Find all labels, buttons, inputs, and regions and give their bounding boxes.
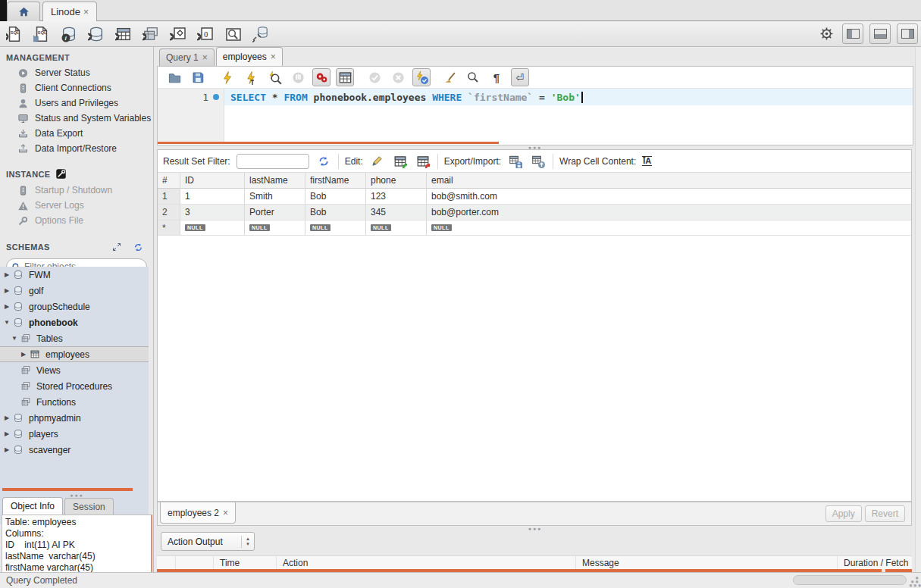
column-header-id[interactable]: ID bbox=[180, 173, 245, 189]
resize-grip[interactable]: ●●●●●● bbox=[909, 576, 919, 586]
tree-item-schema-phpmyadmin[interactable]: ▶phpmyadmin bbox=[0, 410, 149, 426]
cell-email[interactable]: bob@porter.com bbox=[427, 205, 911, 220]
tree-item-schema-phonebook[interactable]: ▼phonebook bbox=[0, 314, 149, 330]
close-icon[interactable]: × bbox=[202, 52, 208, 63]
sidebar-item-data-import-restore[interactable]: Data Import/Restore bbox=[0, 141, 153, 156]
chevron-right-icon[interactable]: ▶ bbox=[3, 446, 11, 453]
sidebar-item-status-system-variables[interactable]: Status and System Variables bbox=[0, 111, 153, 126]
sidebar-item-users-privileges[interactable]: Users and Privileges bbox=[0, 95, 153, 111]
tab-employees-2[interactable]: employees 2× bbox=[160, 502, 236, 524]
new-row-placeholder[interactable]: * NULL NULL NULL NULL NULL bbox=[158, 220, 911, 236]
open-sql-script-button[interactable] bbox=[32, 24, 52, 44]
connection-tab-linode[interactable]: Linode × bbox=[42, 2, 97, 21]
show-invisibles-button[interactable]: ¶ bbox=[487, 68, 506, 86]
edit-record-icon[interactable] bbox=[369, 154, 386, 169]
tree-item-schema-scavenger[interactable]: ▶scavenger bbox=[0, 442, 149, 458]
tree-item-functions-folder[interactable]: Functions bbox=[0, 394, 149, 410]
column-header-firstname[interactable]: firstName bbox=[305, 173, 366, 189]
toggle-bottom-panel-button[interactable] bbox=[869, 23, 891, 44]
cell-null[interactable]: NULL bbox=[180, 220, 245, 236]
refresh-results-icon[interactable] bbox=[315, 154, 332, 169]
action-output-col-action[interactable]: Action bbox=[277, 556, 576, 569]
new-query-tab-button[interactable] bbox=[5, 24, 24, 44]
column-header-lastname[interactable]: lastName bbox=[245, 173, 305, 189]
import-records-icon[interactable] bbox=[530, 154, 547, 169]
tab-session[interactable]: Session bbox=[64, 498, 114, 514]
output-selector[interactable]: Action Output ▲▼ bbox=[161, 532, 255, 551]
result-set-filter-input[interactable] bbox=[237, 154, 309, 169]
close-icon[interactable]: × bbox=[223, 508, 228, 518]
action-output-col-time[interactable]: Time bbox=[214, 556, 277, 569]
sidebar-item-startup-shutdown[interactable]: Startup / Shutdown bbox=[0, 183, 153, 198]
horizontal-scrollbar-thumb[interactable] bbox=[793, 575, 907, 585]
open-script-button[interactable] bbox=[165, 68, 183, 86]
chevron-right-icon[interactable]: ▶ bbox=[3, 414, 11, 421]
cell-lastname[interactable]: Porter bbox=[245, 205, 305, 220]
close-icon[interactable]: × bbox=[83, 7, 89, 17]
chevron-down-icon[interactable]: ▼ bbox=[3, 319, 11, 326]
chevron-down-icon[interactable]: ▼ bbox=[11, 335, 18, 342]
find-button[interactable] bbox=[464, 68, 482, 86]
execute-button[interactable] bbox=[218, 68, 237, 86]
column-header-email[interactable]: email bbox=[427, 173, 911, 189]
wrap-cell-content-icon[interactable]: ĪA bbox=[642, 156, 652, 166]
cell-null[interactable]: NULL bbox=[366, 220, 427, 236]
action-output-col-duration[interactable]: Duration / Fetch bbox=[838, 556, 912, 569]
cell-email[interactable]: bob@smith.com bbox=[427, 189, 911, 205]
cell-null[interactable]: NULL bbox=[427, 220, 911, 236]
export-recordset-icon[interactable] bbox=[507, 154, 524, 169]
tree-item-schema-groupschedule[interactable]: ▶groupSchedule bbox=[0, 299, 149, 314]
sql-statement-line[interactable]: SELECT * FROM phonebook.employees WHERE … bbox=[224, 89, 913, 105]
tab-employees[interactable]: employees× bbox=[216, 47, 283, 66]
cell-firstname[interactable]: Bob bbox=[305, 189, 366, 205]
chevron-right-icon[interactable]: ▶ bbox=[3, 303, 11, 310]
tab-object-info[interactable]: Object Info bbox=[2, 497, 63, 514]
cell-null[interactable]: NULL bbox=[245, 220, 305, 236]
tree-item-schema-fwm[interactable]: ▶FWM bbox=[0, 267, 149, 283]
vertical-scrollbar-track[interactable] bbox=[915, 47, 921, 572]
sidebar-item-data-export[interactable]: Data Export bbox=[0, 126, 153, 141]
selector-stepper-icon[interactable]: ▲▼ bbox=[241, 536, 250, 548]
action-output-col-message[interactable]: Message bbox=[576, 556, 838, 569]
sidebar-item-server-logs[interactable]: Server Logs bbox=[0, 198, 153, 213]
save-script-button[interactable] bbox=[189, 68, 207, 86]
create-new-function-button[interactable]: () bbox=[196, 24, 215, 44]
execute-current-statement-button[interactable] bbox=[242, 68, 260, 86]
column-header-phone[interactable]: phone bbox=[366, 173, 427, 189]
explain-query-button[interactable] bbox=[265, 68, 284, 86]
create-new-view-button[interactable] bbox=[141, 24, 161, 44]
add-row-icon[interactable] bbox=[392, 154, 409, 169]
tree-item-table-employees[interactable]: ▶employees bbox=[0, 346, 149, 362]
toggle-left-sidebar-button[interactable] bbox=[842, 23, 863, 44]
toggle-autocommit-button[interactable] bbox=[412, 68, 431, 86]
code-area[interactable]: SELECT * FROM phonebook.employees WHERE … bbox=[224, 89, 913, 144]
tab-query-1[interactable]: Query 1× bbox=[159, 48, 215, 66]
sidebar-item-options-file[interactable]: Options File bbox=[0, 213, 153, 228]
cell-firstname[interactable]: Bob bbox=[305, 205, 366, 220]
chevron-right-icon[interactable]: ▶ bbox=[3, 287, 11, 294]
apply-button[interactable]: Apply bbox=[825, 505, 862, 522]
database-inspector-button[interactable]: i bbox=[59, 24, 79, 44]
table-row[interactable]: 1 1 Smith Bob 123 bob@smith.com bbox=[158, 189, 911, 205]
toggle-right-sidebar-button[interactable] bbox=[897, 23, 918, 44]
search-data-button[interactable] bbox=[223, 24, 243, 44]
sidebar-item-server-status[interactable]: Server Status bbox=[0, 65, 153, 80]
create-new-procedure-button[interactable] bbox=[168, 24, 188, 44]
tree-item-schema-players[interactable]: ▶players bbox=[0, 426, 149, 442]
cell-id[interactable]: 3 bbox=[180, 205, 245, 220]
cell-phone[interactable]: 123 bbox=[366, 189, 427, 205]
cell-id[interactable]: 1 bbox=[180, 189, 245, 205]
chevron-right-icon[interactable]: ▶ bbox=[3, 430, 11, 437]
revert-button[interactable]: Revert bbox=[865, 505, 905, 522]
column-header-rownum[interactable]: # bbox=[158, 173, 180, 189]
create-new-table-button[interactable] bbox=[114, 24, 133, 44]
chevron-right-icon[interactable]: ▶ bbox=[3, 271, 11, 278]
tree-item-views-folder[interactable]: Views bbox=[0, 362, 149, 378]
chevron-right-icon[interactable]: ▶ bbox=[20, 351, 27, 358]
delete-row-icon[interactable] bbox=[415, 154, 431, 169]
create-new-schema-button[interactable] bbox=[86, 24, 106, 44]
toggle-wrap-button[interactable]: ⏎ bbox=[511, 68, 529, 86]
sidebar-item-client-connections[interactable]: Client Connections bbox=[0, 80, 153, 95]
cell-null[interactable]: NULL bbox=[305, 220, 366, 236]
tree-item-stored-procedures-folder[interactable]: Stored Procedures bbox=[0, 378, 149, 394]
